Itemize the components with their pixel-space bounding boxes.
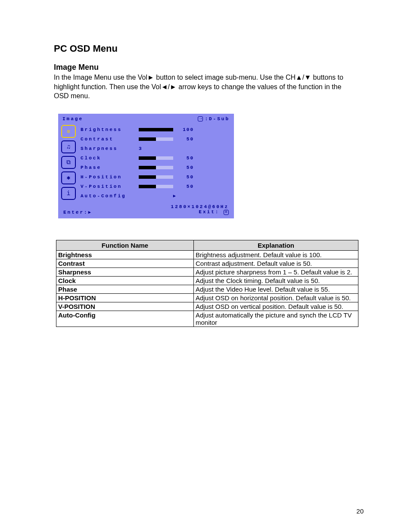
osd-tab-audio[interactable]: ♫ [61, 140, 76, 153]
osd-item-label: H-Position [81, 174, 139, 180]
osd-item-value: 50 [177, 184, 194, 189]
osd-item[interactable]: V-Position50 [81, 182, 230, 191]
setup-icon: ✱ [67, 174, 70, 181]
image-icon: ✲ [67, 128, 70, 135]
osd-slider[interactable] [139, 156, 173, 160]
osd-slider[interactable] [139, 185, 173, 188]
table-header-ex: Explanation [194, 240, 358, 250]
function-name-cell: H-POSITION [56, 293, 194, 302]
osd-exit-label: Exit: [199, 209, 219, 215]
explanation-cell: Brightness adjustment. Default value is … [194, 250, 358, 259]
exit-menu-icon: ≡ [224, 210, 229, 215]
explanation-cell: Adjust automatically the picture and syn… [194, 311, 358, 327]
osd-tab-info[interactable]: i [61, 187, 76, 200]
osd-item-label: Contrast [81, 137, 139, 142]
page-title: PC OSD Menu [54, 43, 357, 54]
osd-slider[interactable] [139, 137, 173, 141]
osd-item-value: 100 [177, 127, 194, 132]
function-name-cell: Sharpness [56, 268, 194, 276]
table-row: ContrastContrast adjustment. Default val… [56, 259, 358, 268]
osd-tab-geometry[interactable]: ⧉ [61, 156, 76, 169]
audio-icon: ♫ [67, 143, 70, 150]
osd-tab-image[interactable]: ✲ [61, 125, 76, 138]
section-title: Image Menu [54, 63, 357, 72]
osd-item-value: 50 [177, 137, 194, 142]
osd-tab-label: Image [62, 116, 83, 121]
osd-item-label: Clock [81, 156, 139, 161]
osd-item-label: Auto-Config [81, 193, 139, 199]
explanation-cell: Adjust the Video Hue level. Default valu… [194, 285, 358, 293]
osd-item-value: 50 [177, 174, 194, 180]
osd-tab-setup[interactable]: ✱ [61, 171, 76, 184]
osd-item-label: Brightness [81, 127, 139, 132]
table-header-fn: Function Name [56, 240, 194, 250]
intro-text: In the Image Menu use the Vol► button to… [54, 73, 357, 101]
function-name-cell: Phase [56, 285, 194, 293]
osd-item-list: Brightness100Contrast50Sharpness3Clock50… [79, 123, 234, 202]
submenu-arrow-icon: ▸ [173, 193, 176, 199]
function-name-cell: Auto-Config [56, 311, 194, 327]
osd-tab-strip: ✲ ♫ ⧉ ✱ i [58, 123, 79, 202]
osd-panel: Image → :D-Sub ✲ ♫ ⧉ ✱ i Brightness100Co… [58, 114, 234, 218]
explanation-cell: Contrast adjustment. Default value is 50… [194, 259, 358, 268]
enter-arrow-icon: ▸ [88, 209, 91, 215]
osd-item-label: V-Position [81, 184, 139, 189]
explanation-cell: Adjust OSD on vertical position. Default… [194, 302, 358, 311]
osd-item-value: 3 [139, 146, 143, 151]
osd-resolution: 1280×1024@60Hz [58, 202, 234, 209]
function-table: Function Name Explanation BrightnessBrig… [56, 240, 358, 327]
osd-slider[interactable] [139, 166, 173, 169]
osd-item[interactable]: H-Position50 [81, 172, 230, 182]
osd-item-label: Sharpness [81, 146, 139, 151]
osd-item[interactable]: Brightness100 [81, 125, 230, 134]
table-row: Auto-ConfigAdjust automatically the pict… [56, 311, 358, 327]
osd-enter-label: Enter: [63, 210, 88, 215]
table-row: PhaseAdjust the Video Hue level. Default… [56, 285, 358, 293]
input-source-icon: → [198, 116, 203, 121]
function-name-cell: Contrast [56, 259, 194, 268]
osd-item[interactable]: Sharpness3 [81, 144, 230, 153]
osd-item[interactable]: Phase50 [81, 163, 230, 172]
osd-slider[interactable] [139, 128, 173, 131]
info-icon: i [67, 190, 70, 197]
explanation-cell: Adjust the Clock timing. Default value i… [194, 276, 358, 285]
osd-source-label: :D-Sub [205, 116, 230, 121]
table-row: ClockAdjust the Clock timing. Default va… [56, 276, 358, 285]
osd-item[interactable]: Auto-Config▸ [81, 191, 230, 201]
geometry-icon: ⧉ [66, 159, 71, 166]
explanation-cell: Adjust picture sharpness from 1 – 5. Def… [194, 268, 358, 276]
function-name-cell: V-POSITION [56, 302, 194, 311]
explanation-cell: Adjust OSD on horizontal position. Defau… [194, 293, 358, 302]
osd-item[interactable]: Clock50 [81, 153, 230, 163]
table-row: SharpnessAdjust picture sharpness from 1… [56, 268, 358, 276]
function-name-cell: Clock [56, 276, 194, 285]
table-row: BrightnessBrightness adjustment. Default… [56, 250, 358, 259]
table-row: V-POSITIONAdjust OSD on vertical positio… [56, 302, 358, 311]
osd-slider[interactable] [139, 175, 173, 179]
osd-item-label: Phase [81, 165, 139, 170]
osd-item[interactable]: Contrast50 [81, 134, 230, 144]
table-row: H-POSITIONAdjust OSD on horizontal posit… [56, 293, 358, 302]
osd-item-value: 50 [177, 165, 194, 170]
function-name-cell: Brightness [56, 250, 194, 259]
osd-item-value: 50 [177, 156, 194, 161]
